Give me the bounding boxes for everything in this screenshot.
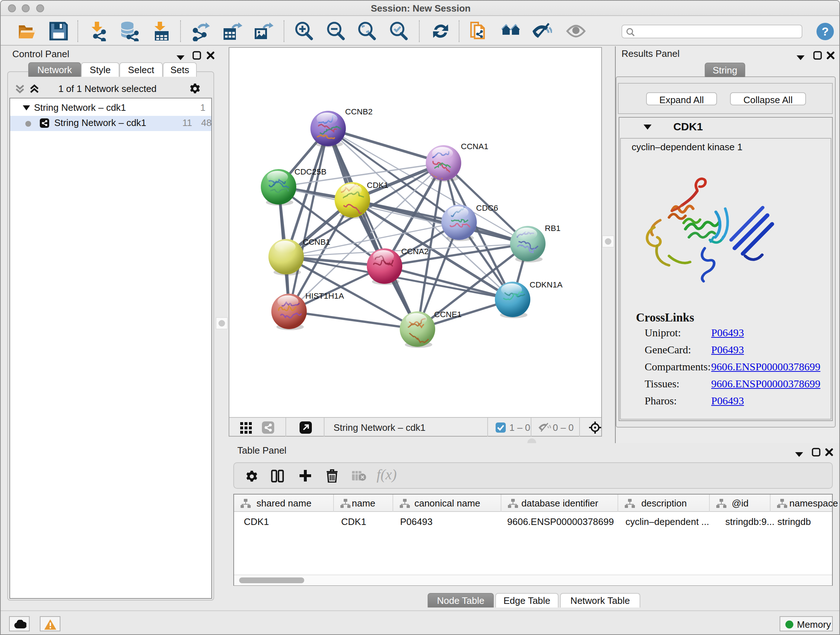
svg-text:CCNB2: CCNB2: [345, 107, 373, 116]
svg-text:CCNA2: CCNA2: [401, 247, 429, 256]
svg-text:CDKN1A: CDKN1A: [530, 280, 562, 289]
svg-text:CCNB1: CCNB1: [303, 238, 330, 247]
svg-text:CCNE1: CCNE1: [434, 310, 462, 319]
svg-text:RB1: RB1: [545, 224, 561, 233]
svg-text:CDC25B: CDC25B: [294, 167, 326, 176]
svg-text:CDK1: CDK1: [367, 181, 388, 190]
svg-text:CCNA1: CCNA1: [461, 142, 488, 151]
svg-text:CDC6: CDC6: [476, 203, 498, 212]
svg-text:?: ?: [821, 25, 829, 38]
svg-text:HIST1H1A: HIST1H1A: [305, 291, 344, 301]
